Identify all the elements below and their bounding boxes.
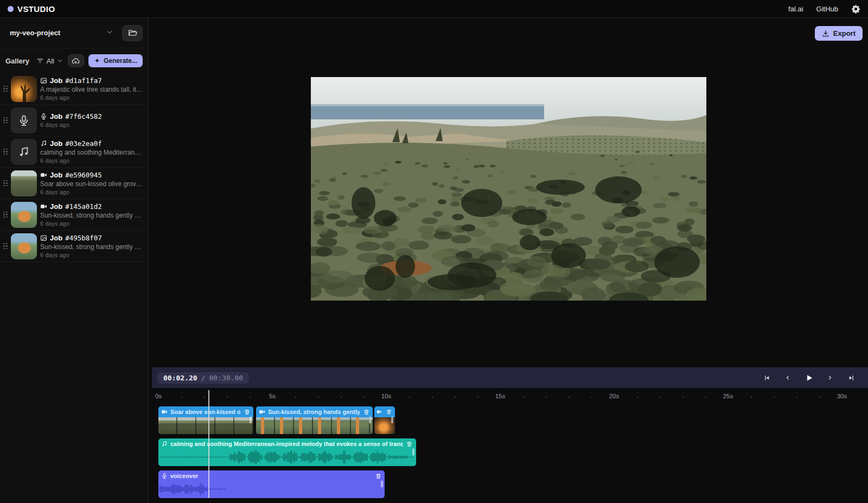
job-description: Soar above sun-kissed olive groves,…	[40, 180, 144, 188]
trash-icon	[244, 409, 250, 415]
video-still-olive-groves	[311, 77, 706, 301]
drag-handle-icon[interactable]	[3, 212, 8, 218]
drag-handle-icon[interactable]	[3, 86, 8, 92]
playhead[interactable]	[208, 390, 209, 498]
job-thumbnail	[11, 170, 37, 196]
job-id: #d1af1fa7	[65, 77, 102, 85]
video-clip[interactable]: Sun-kissed, strong hands gently plu	[256, 406, 373, 434]
clip-resize-handle[interactable]	[250, 416, 252, 423]
drag-handle-icon[interactable]	[3, 180, 8, 187]
transport-controls	[760, 371, 858, 385]
clip-resize-handle[interactable]	[391, 416, 393, 423]
job-timestamp: 6 days ago	[40, 122, 144, 128]
generate-button[interactable]: Generate...	[88, 54, 143, 67]
cloud-upload-icon	[72, 57, 80, 65]
job-row[interactable]: Job #03e2ea0f calming and soothing Medit…	[0, 136, 148, 168]
trash-icon	[363, 409, 369, 415]
job-row[interactable]: Job #7f6c4582 6 days ago	[0, 105, 148, 136]
clip-label: Sun-kissed, strong hands gently plu	[268, 409, 360, 415]
clip-resize-handle[interactable]	[412, 448, 414, 455]
app-title: VSTUDIO	[17, 4, 55, 14]
video-camera-icon	[376, 409, 382, 415]
job-row[interactable]: Job #d1af1fa7 A majestic olive tree stan…	[0, 73, 148, 105]
gallery-filter[interactable]: All	[36, 57, 63, 65]
ruler-label: 0s	[155, 393, 162, 399]
clip-resize-handle[interactable]	[369, 416, 371, 423]
music-note-icon	[40, 140, 47, 147]
main-area: Export	[149, 18, 868, 503]
video-camera-icon	[259, 409, 265, 415]
image-icon	[40, 77, 47, 84]
nav-link-github[interactable]: GitHub	[816, 5, 838, 13]
previous-frame-button[interactable]	[781, 371, 795, 385]
timeline-toolbar: 00:02.20 / 00:30.00	[152, 367, 868, 388]
export-button[interactable]: Export	[815, 26, 863, 41]
job-description: Sun-kissed, strong hands gently pluck…	[40, 243, 144, 251]
job-row[interactable]: Job #e5960945 Soar above sun-kissed oliv…	[0, 168, 148, 199]
nav-link-fal[interactable]: fal.ai	[788, 5, 803, 13]
ruler-label: 10s	[381, 393, 392, 399]
timeline: 00:02.20 / 00:30.00 0s5s10s15s20s25s30s	[149, 355, 868, 503]
ruler-label: 25s	[723, 393, 733, 399]
job-id: #495b8f07	[65, 234, 102, 242]
chevron-down-icon	[106, 28, 113, 38]
music-waveform	[158, 449, 416, 465]
folder-icon	[128, 28, 137, 37]
job-timestamp: 6 days ago	[40, 252, 144, 258]
job-description: Sun-kissed, strong hands gently pluck…	[40, 212, 144, 219]
project-select[interactable]: my-veo-project	[5, 25, 118, 41]
play-button[interactable]	[802, 371, 816, 385]
skip-to-end-button[interactable]	[844, 371, 858, 385]
project-name: my-veo-project	[10, 29, 60, 37]
sidebar: my-veo-project Gallery All Generate...	[0, 18, 149, 503]
video-camera-icon	[40, 203, 47, 210]
video-clip[interactable]: A	[374, 406, 395, 434]
clip-label: voiceover	[170, 473, 372, 479]
time-ruler[interactable]: 0s5s10s15s20s25s30s	[158, 391, 868, 406]
ruler-label: 30s	[837, 393, 847, 399]
job-timestamp: 6 days ago	[40, 94, 144, 101]
preview-area: Export	[149, 18, 868, 355]
clip-resize-handle[interactable]	[381, 480, 383, 487]
delete-clip-button[interactable]	[406, 440, 413, 448]
delete-clip-button[interactable]	[374, 472, 382, 480]
time-display: 00:02.20 / 00:30.00	[157, 372, 249, 384]
filter-value: All	[47, 57, 54, 65]
microphone-icon	[18, 114, 30, 126]
open-project-folder-button[interactable]	[122, 25, 143, 41]
project-row: my-veo-project	[0, 18, 148, 48]
job-description: A majestic olive tree stands tall, its…	[40, 86, 144, 93]
video-preview	[311, 77, 706, 301]
job-description: calming and soothing Mediterranean-…	[40, 149, 144, 156]
job-row[interactable]: Job #495b8f07 Sun-kissed, strong hands g…	[0, 231, 148, 262]
drag-handle-icon[interactable]	[3, 117, 8, 124]
skip-to-start-button[interactable]	[760, 371, 774, 385]
timeline-body: 0s5s10s15s20s25s30s Soar above sun-kisse…	[149, 391, 868, 498]
gallery-title: Gallery	[5, 57, 32, 65]
job-thumbnail	[11, 139, 37, 165]
job-timestamp: 6 days ago	[40, 220, 144, 227]
drag-handle-icon[interactable]	[3, 149, 8, 155]
upload-button[interactable]	[68, 54, 84, 67]
music-track: calming and soothing Mediterranean-inspi…	[158, 438, 868, 466]
delete-clip-button[interactable]	[362, 408, 370, 416]
logo-dot-icon	[8, 6, 14, 12]
video-camera-icon	[40, 171, 47, 179]
settings-gear-icon[interactable]	[851, 4, 860, 14]
microphone-icon	[161, 473, 168, 479]
video-clip[interactable]: Soar above sun-kissed olive	[158, 406, 253, 434]
next-frame-button[interactable]	[823, 371, 837, 385]
trash-icon	[386, 409, 392, 415]
job-timestamp: 6 days ago	[40, 157, 144, 164]
delete-clip-button[interactable]	[243, 408, 251, 416]
job-row[interactable]: Job #145a01d2 Sun-kissed, strong hands g…	[0, 199, 148, 231]
delete-clip-button[interactable]	[385, 408, 393, 416]
voiceover-clip[interactable]: voiceover	[158, 470, 385, 498]
ruler-label: 5s	[269, 393, 276, 399]
music-note-icon	[161, 441, 168, 447]
job-id: #145a01d2	[65, 202, 102, 211]
drag-handle-icon[interactable]	[3, 243, 8, 250]
music-clip[interactable]: calming and soothing Mediterranean-inspi…	[158, 438, 416, 466]
clip-label: Soar above sun-kissed olive	[170, 409, 240, 415]
app-logo: VSTUDIO	[8, 4, 55, 14]
